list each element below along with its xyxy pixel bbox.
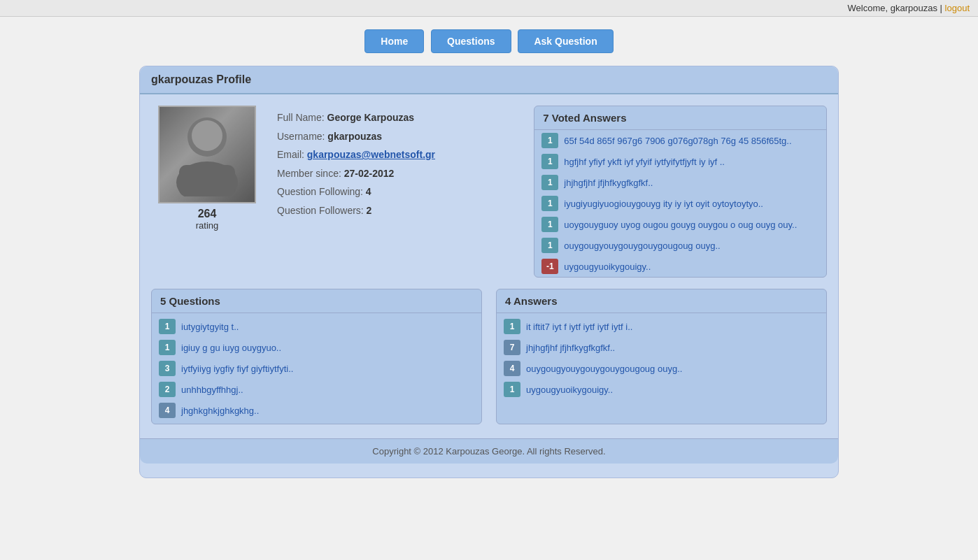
list-item: 1 iutygiytgyitg t..: [152, 316, 481, 337]
list-item: 1 uoygouyguoy uyog ougou gouyg ouygou o …: [534, 214, 826, 235]
list-item: 1 hgfjhf yfiyf ykft iyf yfyif iytfyifytf…: [534, 151, 826, 172]
list-item: 1 65f 54d 865f 967g6 7906 g076g078gh 76g…: [534, 130, 826, 151]
answer-link[interactable]: jhjhgfjhf jfjhfkygfkgfkf..: [526, 343, 615, 353]
answer-link[interactable]: it iftit7 iyt f iytf iytf iytf iytf i..: [526, 322, 632, 332]
footer: Copyright © 2012 Karpouzas George. All r…: [140, 438, 838, 464]
username-value: gkarpouzas: [327, 131, 382, 142]
logout-link[interactable]: logout: [945, 3, 970, 13]
list-item: 1 uygougyuoikygouigy..: [497, 379, 826, 400]
question-link[interactable]: iytfyiiyg iygfiy fiyf giyftiytfyti..: [181, 364, 293, 374]
voted-answer-link[interactable]: ouygougyouygouygouygougoug ouyg..: [564, 240, 720, 251]
list-item: 1 ouygougyouygouygouygougoug ouyg..: [534, 235, 826, 256]
question-link[interactable]: iutygiytgyitg t..: [181, 322, 239, 332]
username-label: Username:: [277, 131, 327, 142]
full-name-label: Full Name:: [277, 112, 327, 123]
score-badge: 2: [159, 382, 176, 397]
question-followers-value: 2: [367, 205, 372, 216]
score-badge: 1: [541, 238, 558, 253]
home-button[interactable]: Home: [364, 29, 424, 53]
list-item: -1 uygougyuoikygouigy..: [534, 256, 826, 277]
list-item: 4 ouygougyouygouygouygougoug ouyg..: [497, 358, 826, 379]
voted-answer-link[interactable]: jhjhgfjhf jfjhfkygfkgfkf..: [564, 178, 653, 188]
nav-bar: Home Questions Ask Question: [0, 17, 978, 66]
score-badge: 3: [159, 361, 176, 376]
full-name-row: Full Name: George Karpouzas: [277, 108, 520, 127]
score-badge: 1: [541, 154, 558, 169]
list-item: 7 jhjhgfjhf jfjhfkygfkgfkf..: [497, 337, 826, 358]
score-badge: 1: [159, 340, 176, 355]
score-badge: -1: [541, 259, 558, 274]
question-link[interactable]: unhhbgyffhhgj..: [181, 385, 243, 395]
questions-list: 1 iutygiytgyitg t.. 1 igiuy g gu iuyg ou…: [152, 313, 481, 424]
rating-box: 264 rating: [196, 208, 219, 231]
avatar: [158, 106, 256, 203]
question-following-label: Question Following:: [277, 186, 366, 197]
question-following-row: Question Following: 4: [277, 182, 520, 201]
score-badge: 1: [541, 217, 558, 232]
question-followers-row: Question Followers: 2: [277, 201, 520, 220]
question-link[interactable]: igiuy g gu iuyg ouygyuo..: [181, 343, 281, 353]
list-item: 2 unhhbgyffhhgj..: [152, 379, 481, 400]
voted-answer-link[interactable]: iyugiyugiyuogiouygouyg ity iy iyt oyit o…: [564, 199, 763, 209]
answer-link[interactable]: ouygougyouygouygouygougoug ouyg..: [526, 364, 682, 374]
questions-button[interactable]: Questions: [431, 29, 511, 53]
answer-link[interactable]: uygougyuoikygouigy..: [526, 385, 613, 395]
voted-answers-list[interactable]: 1 65f 54d 865f 967g6 7906 g076g078gh 76g…: [534, 130, 826, 277]
voted-answers-panel: 7 Voted Answers 1 65f 54d 865f 967g6 790…: [534, 106, 827, 278]
member-since-value: 27-02-2012: [344, 168, 395, 179]
welcome-text: Welcome, gkarpouzas |: [848, 3, 942, 13]
score-badge: 1: [504, 382, 520, 397]
ask-question-button[interactable]: Ask Question: [518, 29, 613, 53]
answers-list: 1 it iftit7 iyt f iytf iytf iytf iytf i.…: [497, 313, 826, 403]
question-followers-label: Question Followers:: [277, 205, 367, 216]
top-bar: Welcome, gkarpouzas | logout: [0, 0, 978, 17]
questions-panel: 5 Questions 1 iutygiytgyitg t.. 1 igiuy …: [151, 289, 482, 424]
voted-answers-header: 7 Voted Answers: [534, 106, 826, 130]
email-row: Email: gkarpouzas@webnetsoft.gr: [277, 145, 520, 164]
bottom-panels: 5 Questions 1 iutygiytgyitg t.. 1 igiuy …: [140, 289, 838, 424]
question-link[interactable]: jhghkghkjghkgkhg..: [181, 405, 259, 416]
answers-panel-header: 4 Answers: [497, 289, 826, 313]
voted-answer-link[interactable]: uoygouyguoy uyog ougou gouyg ouygou o ou…: [564, 220, 797, 230]
profile-body: 264 rating Full Name: George Karpouzas U…: [140, 94, 838, 289]
score-badge: 1: [504, 319, 520, 334]
member-since-row: Member since: 27-02-2012: [277, 164, 520, 183]
score-badge: 1: [541, 175, 558, 190]
list-item: 1 it iftit7 iyt f iytf iytf iytf iytf i.…: [497, 316, 826, 337]
svg-rect-3: [179, 165, 235, 196]
list-item: 3 iytfyiiyg iygfiy fiyf giyftiytfyti..: [152, 358, 481, 379]
answers-panel: 4 Answers 1 it iftit7 iyt f iytf iytf iy…: [496, 289, 827, 424]
voted-answer-link[interactable]: uygougyuoikygouigy..: [564, 261, 651, 272]
full-name-value: George Karpouzas: [327, 112, 414, 123]
avatar-image: [160, 106, 255, 203]
main-container: gkarpouzas Profile 264 rating: [139, 66, 839, 478]
list-item: 1 iyugiyugiyuogiouygouyg ity iy iyt oyit…: [534, 193, 826, 214]
score-badge: 4: [159, 403, 176, 418]
svg-point-2: [192, 120, 222, 151]
rating-number: 264: [196, 208, 219, 220]
question-following-value: 4: [366, 186, 371, 197]
list-item: 4 jhghkghkjghkgkhg..: [152, 400, 481, 421]
list-item: 1 igiuy g gu iuyg ouygyuo..: [152, 337, 481, 358]
profile-title: gkarpouzas Profile: [151, 73, 251, 85]
score-badge: 1: [541, 133, 558, 148]
score-badge: 4: [504, 361, 520, 376]
member-since-label: Member since:: [277, 168, 344, 179]
profile-header: gkarpouzas Profile: [140, 66, 838, 94]
footer-text: Copyright © 2012 Karpouzas George. All r…: [372, 446, 605, 457]
score-badge: 7: [504, 340, 520, 355]
email-label: Email:: [277, 149, 307, 160]
email-value[interactable]: gkarpouzas@webnetsoft.gr: [307, 149, 435, 160]
score-badge: 1: [159, 319, 176, 334]
profile-info: Full Name: George Karpouzas Username: gk…: [277, 106, 520, 278]
list-item: 1 jhjhgfjhf jfjhfkygfkgfkf..: [534, 172, 826, 193]
score-badge: 1: [541, 196, 558, 211]
questions-panel-header: 5 Questions: [152, 289, 481, 313]
voted-answer-link[interactable]: hgfjhf yfiyf ykft iyf yfyif iytfyifytfjy…: [564, 157, 725, 167]
rating-label: rating: [196, 220, 219, 231]
username-row: Username: gkarpouzas: [277, 127, 520, 146]
voted-answer-link[interactable]: 65f 54d 865f 967g6 7906 g076g078gh 76g 4…: [564, 136, 791, 146]
profile-left: 264 rating: [151, 106, 263, 278]
